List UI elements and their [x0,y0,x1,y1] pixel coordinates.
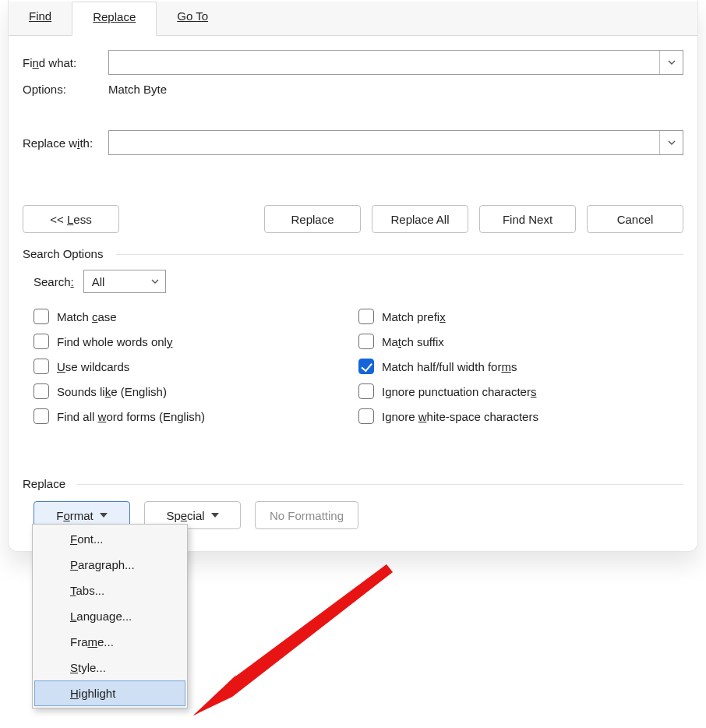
chevron-down-icon [668,58,676,66]
svg-marker-1 [193,564,393,716]
checkbox-option[interactable]: Match suffix [358,329,683,354]
replace-button[interactable]: Replace [264,205,361,233]
replace-with-dropdown[interactable] [659,131,683,154]
checkbox-icon[interactable] [34,309,49,324]
checkbox-label: Use wildcards [57,360,129,373]
checkbox-option[interactable]: Match half/full width forms [358,354,683,379]
checkbox-option[interactable]: Ignore punctuation characters [358,379,683,404]
format-menu-item[interactable]: Style... [34,655,185,680]
replace-with-label: Replace with: [23,136,108,150]
triangle-down-icon [100,513,108,518]
replace-legend: Replace [23,477,683,490]
format-menu-item[interactable]: Font... [34,526,185,552]
chevron-down-icon [151,277,159,285]
tab-replace[interactable]: Replace [72,2,157,36]
checkbox-label: Ignore punctuation characters [382,385,536,398]
find-what-input[interactable] [109,51,659,74]
checkbox-icon[interactable] [358,359,374,374]
format-menu[interactable]: Font...Paragraph...Tabs...Language...Fra… [32,524,188,709]
format-menu-item[interactable]: Frame... [34,629,185,655]
format-menu-item[interactable]: Highlight [34,680,185,706]
find-what-combo[interactable] [108,50,683,75]
tab-bar: Find Replace Go To [9,2,697,36]
svg-marker-0 [193,675,236,716]
format-menu-item[interactable]: Paragraph... [34,552,185,578]
search-direction-select[interactable]: All [83,270,166,293]
checkbox-icon[interactable] [358,383,374,399]
less-button[interactable]: << Less [23,205,119,233]
tab-find[interactable]: Find [9,2,72,36]
replace-with-combo[interactable] [108,130,683,155]
checkbox-option[interactable]: Find whole words only [34,329,358,354]
search-options-legend: Search Options [23,247,683,260]
checkbox-label: Sounds like (English) [57,385,167,398]
checkbox-label: Find whole words only [57,335,172,348]
triangle-down-icon [211,513,219,518]
checkbox-label: Match half/full width forms [382,360,517,373]
checkbox-label: Ignore white-space characters [382,410,538,423]
options-label: Options: [23,83,108,96]
checkbox-label: Match case [57,310,117,323]
tab-goto[interactable]: Go To [157,2,228,36]
find-what-label: Find what: [23,56,108,69]
no-formatting-button[interactable]: No Formatting [255,501,358,529]
checkbox-icon[interactable] [358,334,374,349]
checkbox-option[interactable]: Match case [34,304,358,329]
search-direction-label: Search: [34,275,74,288]
checkbox-icon[interactable] [358,309,374,324]
find-what-dropdown[interactable] [659,51,683,74]
format-menu-item[interactable]: Language... [34,603,185,629]
checkbox-icon[interactable] [34,383,49,399]
annotation-arrow-icon [193,560,396,723]
checkbox-option[interactable]: Match prefix [358,304,683,329]
checkbox-option[interactable]: Use wildcards [34,354,358,379]
checkbox-icon[interactable] [34,408,49,424]
checkbox-label: Match suffix [382,335,444,348]
search-direction-value: All [92,275,105,288]
checkbox-icon[interactable] [34,334,49,349]
checkbox-label: Find all word forms (English) [57,410,205,423]
find-next-button[interactable]: Find Next [479,205,576,233]
checkbox-option[interactable]: Sounds like (English) [34,379,358,404]
checkbox-option[interactable]: Find all word forms (English) [34,404,358,429]
chevron-down-icon [668,139,676,147]
replace-all-button[interactable]: Replace All [372,205,468,233]
checkbox-label: Match prefix [382,310,446,323]
replace-with-input[interactable] [109,131,659,154]
cancel-button[interactable]: Cancel [587,205,683,233]
format-menu-item[interactable]: Tabs... [34,578,185,603]
checkbox-option[interactable]: Ignore white-space characters [358,404,683,429]
options-value: Match Byte [108,83,167,96]
checkbox-icon[interactable] [358,408,374,424]
checkbox-icon[interactable] [34,359,49,374]
